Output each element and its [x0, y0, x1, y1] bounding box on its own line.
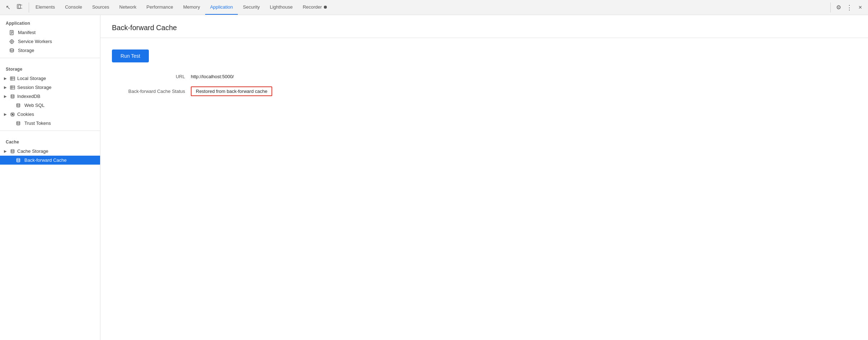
svg-point-28 — [12, 114, 13, 115]
svg-point-27 — [13, 114, 14, 115]
tab-list: Elements Console Sources Network Perform… — [30, 0, 829, 15]
close-icon: ✕ — [858, 5, 862, 10]
cursor-icon: ↖ — [6, 4, 10, 11]
svg-point-7 — [11, 41, 13, 42]
svg-point-12 — [10, 48, 14, 50]
cursor-icon-btn[interactable]: ↖ — [3, 3, 13, 13]
svg-point-29 — [17, 121, 20, 122]
svg-point-30 — [11, 149, 14, 150]
run-test-button[interactable]: Run Test — [112, 49, 149, 62]
svg-point-26 — [12, 115, 13, 115]
trust-tokens-icon — [15, 121, 22, 126]
svg-point-22 — [17, 103, 20, 104]
page-title: Back-forward Cache — [100, 15, 868, 38]
tab-elements[interactable]: Elements — [30, 0, 60, 15]
sidebar-item-back-forward-cache[interactable]: Back-forward Cache — [0, 156, 100, 165]
url-row: URL http://localhost:5000/ — [112, 74, 857, 79]
tab-lighthouse[interactable]: Lighthouse — [265, 0, 298, 15]
svg-rect-17 — [10, 86, 15, 89]
sidebar-item-manifest[interactable]: Manifest — [0, 28, 100, 37]
main-layout: Application Manifest — [0, 15, 868, 340]
url-value: http://localhost:5000/ — [191, 74, 234, 79]
cookies-icon — [9, 112, 16, 117]
svg-point-24 — [11, 113, 12, 114]
tab-console[interactable]: Console — [60, 0, 87, 15]
sidebar-item-trust-tokens-label: Trust Tokens — [24, 121, 51, 126]
sidebar-item-storage[interactable]: Storage — [0, 46, 100, 55]
sidebar-item-back-forward-cache-label: Back-forward Cache — [24, 157, 67, 163]
sidebar-divider-1 — [0, 58, 100, 58]
chevron-right-indexeddb: ▶ — [3, 94, 8, 98]
sidebar-item-indexeddb[interactable]: ▶ IndexedDB — [0, 92, 100, 101]
chevron-right-local-storage: ▶ — [3, 76, 8, 80]
toolbar-right: ⚙ ⋮ ✕ — [830, 3, 865, 13]
status-row: Back-forward Cache Status Restored from … — [112, 86, 857, 96]
tab-application[interactable]: Application — [205, 0, 238, 15]
sidebar-section-cache: Cache — [0, 134, 100, 147]
sidebar-item-trust-tokens[interactable]: Trust Tokens — [0, 119, 100, 128]
chevron-right-cookies: ▶ — [3, 112, 8, 116]
svg-point-6 — [10, 40, 14, 43]
storage-icon — [9, 48, 15, 53]
toolbar: ↖ Elements Console Sources Network Perfo… — [0, 0, 868, 15]
device-icon-btn[interactable] — [14, 3, 24, 13]
status-value: Restored from back-forward cache — [191, 86, 272, 96]
status-label: Back-forward Cache Status — [112, 89, 191, 94]
manifest-icon — [9, 30, 15, 35]
sidebar-item-manifest-label: Manifest — [18, 30, 36, 35]
svg-point-21 — [11, 94, 14, 95]
tab-recorder[interactable]: Recorder ⏺ — [298, 0, 333, 15]
more-icon: ⋮ — [846, 4, 853, 11]
tab-memory[interactable]: Memory — [178, 0, 205, 15]
session-storage-icon — [9, 85, 16, 90]
sidebar-section-application: Application — [0, 15, 100, 28]
sidebar-divider-2 — [0, 131, 100, 131]
indexeddb-icon — [9, 94, 16, 99]
sidebar-item-web-sql-label: Web SQL — [24, 103, 44, 108]
service-workers-icon — [9, 39, 15, 44]
sidebar-item-storage-label: Storage — [18, 48, 34, 53]
chevron-right-cache-storage: ▶ — [3, 149, 8, 153]
sidebar-item-web-sql[interactable]: Web SQL — [0, 101, 100, 110]
back-forward-cache-icon — [15, 158, 22, 163]
local-storage-icon — [9, 76, 16, 81]
settings-icon: ⚙ — [836, 4, 841, 11]
sidebar-item-cache-storage[interactable]: ▶ Cache Storage — [0, 147, 100, 156]
content-body: Run Test URL http://localhost:5000/ Back… — [100, 38, 868, 115]
tab-network[interactable]: Network — [114, 0, 142, 15]
sidebar-item-service-workers[interactable]: Service Workers — [0, 37, 100, 46]
url-label: URL — [112, 74, 191, 79]
sidebar-item-session-storage-label: Session Storage — [17, 85, 51, 90]
svg-point-25 — [13, 113, 14, 114]
chevron-right-session-storage: ▶ — [3, 85, 8, 89]
content-area: Back-forward Cache Run Test URL http://l… — [100, 15, 868, 340]
sidebar-item-indexeddb-label: IndexedDB — [17, 94, 40, 99]
sidebar-item-local-storage[interactable]: ▶ Local Storage — [0, 74, 100, 83]
close-button[interactable]: ✕ — [855, 3, 865, 13]
toolbar-left-icons: ↖ — [3, 3, 29, 13]
tab-sources[interactable]: Sources — [87, 0, 114, 15]
tab-security[interactable]: Security — [238, 0, 265, 15]
sidebar-item-cookies-label: Cookies — [17, 112, 34, 117]
sidebar-section-storage: Storage — [0, 61, 100, 74]
sidebar-item-cookies[interactable]: ▶ Cookies — [0, 110, 100, 119]
svg-rect-13 — [10, 77, 15, 80]
sidebar: Application Manifest — [0, 15, 100, 340]
more-button[interactable]: ⋮ — [844, 3, 854, 13]
tab-performance[interactable]: Performance — [141, 0, 178, 15]
sidebar-item-local-storage-label: Local Storage — [17, 76, 46, 81]
sidebar-item-service-workers-label: Service Workers — [18, 39, 52, 44]
sidebar-item-session-storage[interactable]: ▶ Session Storage — [0, 83, 100, 92]
svg-point-31 — [17, 158, 20, 159]
device-icon — [16, 4, 22, 11]
web-sql-icon — [15, 103, 22, 108]
cache-storage-icon — [9, 149, 16, 154]
sidebar-item-cache-storage-label: Cache Storage — [17, 148, 48, 154]
settings-button[interactable]: ⚙ — [834, 3, 844, 13]
